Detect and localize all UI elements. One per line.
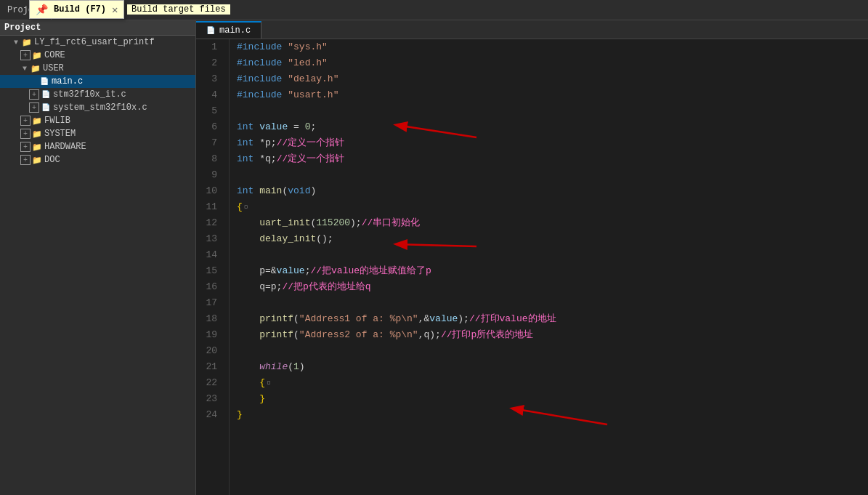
code-line-7: int *p;//定义一个指针 xyxy=(237,135,861,151)
code-line-10: int main(void) xyxy=(237,183,861,199)
doc-label: DOC xyxy=(44,155,60,165)
tab-icon: 📄 xyxy=(206,26,215,35)
build-target-label: Build target files xyxy=(127,4,230,15)
code-line-11: { ◽ xyxy=(237,199,861,215)
main-c-file-icon: 📄 xyxy=(39,76,49,86)
stm32-it-icon: 📄 xyxy=(41,89,51,100)
code-line-19: printf("Address2 of a: %p\n",q);//打印p所代表… xyxy=(237,327,861,343)
code-line-23: } xyxy=(237,391,861,407)
sidebar-item-user[interactable]: ▼ 📁 USER xyxy=(0,62,195,75)
sidebar-item-root[interactable]: ▼ 📁 LY_f1_rct6_usart_printf xyxy=(0,36,195,49)
code-line-21: while(1) xyxy=(237,359,861,375)
build-pin-icon[interactable]: 📌 xyxy=(36,4,48,16)
core-label: CORE xyxy=(44,50,65,60)
code-editor[interactable]: 12345 678910 1112131415 1617181920 21222… xyxy=(196,39,868,495)
sidebar-item-system[interactable]: + 📄 system_stm32f10x.c xyxy=(0,101,195,114)
syslib-label: SYSTEM xyxy=(44,129,76,139)
user-label: USER xyxy=(43,63,64,73)
syslib-expander: + xyxy=(20,129,31,139)
editor-area: 📄 main.c 12345 678910 1112131415 1617181… xyxy=(196,20,868,495)
root-folder-icon: 📁 xyxy=(22,37,32,47)
sidebar-item-syslib[interactable]: + 📁 SYSTEM xyxy=(0,127,195,140)
build-label: Build (F7) xyxy=(54,4,106,15)
code-line-22: { ◽ xyxy=(237,375,861,391)
tab-main-c[interactable]: 📄 main.c xyxy=(196,21,261,39)
core-folder-icon: 📁 xyxy=(32,50,42,60)
system-expander: + xyxy=(29,102,39,113)
code-line-15: p=&value;//把value的地址赋值给了p xyxy=(237,263,861,279)
user-folder-icon: 📁 xyxy=(31,63,41,73)
sidebar-header: Project xyxy=(0,20,195,36)
build-panel: 📌 Build (F7) ✕ xyxy=(29,0,124,19)
fwlib-label: FWLIB xyxy=(44,116,70,126)
sidebar-item-fwlib[interactable]: + 📁 FWLIB xyxy=(0,114,195,127)
hardware-expander: + xyxy=(20,142,31,152)
expander-root: ▼ xyxy=(12,39,20,47)
code-line-3: #include "delay.h" xyxy=(237,71,861,87)
line-numbers: 12345 678910 1112131415 1617181920 21222… xyxy=(196,39,230,495)
code-line-18: printf("Address1 of a: %p\n",&value);//打… xyxy=(237,311,861,327)
system-label: system_stm32f10x.c xyxy=(53,102,147,113)
system-icon: 📄 xyxy=(41,102,51,113)
code-line-20 xyxy=(237,343,861,359)
code-line-1: #include "sys.h" xyxy=(237,39,861,55)
tab-label: main.c xyxy=(219,25,251,36)
syslib-folder-icon: 📁 xyxy=(32,129,42,139)
code-line-12: uart_init(115200);//串口初始化 xyxy=(237,215,861,231)
user-expander: ▼ xyxy=(20,65,29,73)
core-expander: + xyxy=(20,50,31,60)
stm32-it-expander: + xyxy=(29,89,39,100)
code-line-4: #include "usart.h" xyxy=(237,87,861,103)
code-line-14 xyxy=(237,247,861,263)
main-c-label: main.c xyxy=(52,76,83,86)
fwlib-folder-icon: 📁 xyxy=(32,116,42,126)
sidebar: Project ▼ 📁 LY_f1_rct6_usart_printf + 📁 … xyxy=(0,20,196,495)
code-line-6: int value = 0; xyxy=(237,119,861,135)
code-content[interactable]: #include "sys.h" #include "led.h" #inclu… xyxy=(230,39,868,495)
sidebar-item-hardware[interactable]: + 📁 HARDWARE xyxy=(0,140,195,153)
build-close-icon[interactable]: ✕ xyxy=(112,4,118,16)
code-line-8: int *q;//定义一个指针 xyxy=(237,151,861,167)
root-label: LY_f1_rct6_usart_printf xyxy=(34,37,155,47)
code-line-16: q=p;//把p代表的地址给q xyxy=(237,279,861,295)
code-line-5 xyxy=(237,103,861,119)
sidebar-item-doc[interactable]: + 📁 DOC xyxy=(0,153,195,166)
main-c-expander xyxy=(29,78,38,86)
stm32-it-label: stm32f10x_it.c xyxy=(53,89,126,100)
tab-bar: 📄 main.c xyxy=(196,20,868,39)
hardware-label: HARDWARE xyxy=(44,142,86,152)
sidebar-item-core[interactable]: + 📁 CORE xyxy=(0,49,195,62)
sidebar-title: Project xyxy=(4,23,41,33)
code-line-17 xyxy=(237,295,861,311)
doc-expander: + xyxy=(20,155,31,165)
sidebar-item-main-c[interactable]: 📄 main.c xyxy=(0,75,195,88)
code-line-13: delay_init(); xyxy=(237,231,861,247)
doc-folder-icon: 📁 xyxy=(32,155,42,165)
fwlib-expander: + xyxy=(20,116,31,126)
code-line-9 xyxy=(237,167,861,183)
code-line-2: #include "led.h" xyxy=(237,55,861,71)
sidebar-item-stm32-it[interactable]: + 📄 stm32f10x_it.c xyxy=(0,88,195,101)
code-line-24: } xyxy=(237,407,861,423)
hardware-folder-icon: 📁 xyxy=(32,142,42,152)
